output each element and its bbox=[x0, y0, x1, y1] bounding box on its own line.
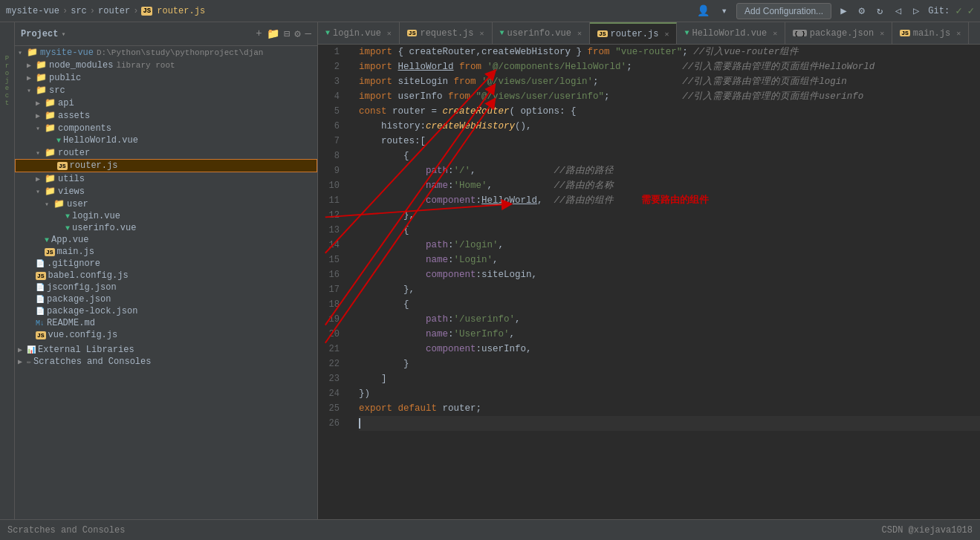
tab-userinfo-vue[interactable]: ▼ userinfo.vue ✕ bbox=[493, 22, 590, 44]
vue-config-js-icon: JS bbox=[36, 331, 46, 339]
router-js-icon: JS bbox=[57, 162, 68, 170]
user-icon2[interactable]: ▾ bbox=[718, 3, 730, 19]
tab-bar: ▼ login.vue ✕ JS request.js ✕ ▼ userinfo… bbox=[318, 22, 980, 45]
collapse-all-icon[interactable]: ⊟ bbox=[284, 27, 290, 40]
node-modules-label: node_modules bbox=[49, 60, 113, 71]
close-panel-icon[interactable]: — bbox=[305, 27, 311, 40]
tree-assets[interactable]: ▶ 📁 assets bbox=[15, 109, 317, 122]
tree-root[interactable]: ▾ 📁 mysite-vue D:\Python\study\pythonpro… bbox=[15, 46, 317, 59]
code-line-13: { bbox=[359, 223, 980, 238]
helloworld-vue-icon: ▼ bbox=[56, 137, 61, 145]
new-file-icon[interactable]: + bbox=[256, 27, 262, 40]
utils-arrow: ▶ bbox=[36, 175, 45, 183]
tree-package-lock[interactable]: 📄 package-lock.json bbox=[15, 305, 317, 317]
tree-babel[interactable]: JS babel.config.js bbox=[15, 270, 317, 282]
tab-main-js[interactable]: JS main.js ✕ bbox=[892, 22, 969, 44]
tab-router-js[interactable]: JS router.js ✕ bbox=[590, 22, 677, 44]
public-arrow: ▶ bbox=[27, 74, 36, 82]
tab-userinfo-vue-icon: ▼ bbox=[500, 29, 504, 37]
tree-userinfo-vue[interactable]: ▼ userinfo.vue bbox=[15, 222, 317, 234]
tab-login-vue-close[interactable]: ✕ bbox=[387, 29, 392, 38]
src-folder-icon: 📁 bbox=[36, 85, 47, 96]
tree-views[interactable]: ▾ 📁 views bbox=[15, 185, 317, 198]
user-icon[interactable]: 👤 bbox=[694, 3, 713, 19]
package-lock-icon: 📄 bbox=[36, 307, 45, 316]
tree-utils[interactable]: ▶ 📁 utils bbox=[15, 172, 317, 185]
app-vue-label: App.vue bbox=[51, 235, 88, 245]
tree-public[interactable]: ▶ 📁 public bbox=[15, 71, 317, 84]
tab-request-js-close[interactable]: ✕ bbox=[479, 29, 484, 38]
tree-vue-config[interactable]: JS vue.config.js bbox=[15, 329, 317, 341]
tab-userinfo-vue-close[interactable]: ✕ bbox=[577, 29, 582, 38]
tab-helloworld-vue-close[interactable]: ✕ bbox=[773, 29, 777, 38]
git-check-icon2[interactable]: ✓ bbox=[968, 4, 974, 17]
tab-package-json-close[interactable]: ✕ bbox=[880, 29, 884, 38]
tree-jsconfig[interactable]: 📄 jsconfig.json bbox=[15, 282, 317, 293]
git-check-icon[interactable]: ✓ bbox=[955, 4, 961, 17]
public-label: public bbox=[49, 73, 81, 83]
tree-readme[interactable]: M↓ README.md bbox=[15, 317, 317, 329]
settings-icon[interactable]: ⚙ bbox=[856, 3, 868, 19]
breadcrumb-src[interactable]: src bbox=[71, 6, 87, 16]
breadcrumb: mysite-vue › src › router › JS router.js bbox=[6, 6, 205, 16]
tree-app-vue[interactable]: ▼ App.vue bbox=[15, 234, 317, 246]
new-folder-icon[interactable]: 📁 bbox=[267, 27, 279, 40]
tree-node-modules[interactable]: ▶ 📁 node_modules library root bbox=[15, 59, 317, 71]
code-line-25: export default router; bbox=[359, 401, 980, 416]
root-folder-icon: 📁 bbox=[27, 47, 38, 58]
code-line-8: { bbox=[359, 149, 980, 163]
breadcrumb-mysite-vue[interactable]: mysite-vue bbox=[6, 6, 59, 16]
code-line-2: import HelloWorld from '@/components/Hel… bbox=[359, 59, 980, 74]
babel-js-icon: JS bbox=[36, 272, 46, 280]
tree-package-json[interactable]: 📄 package.json bbox=[15, 293, 317, 305]
tab-login-vue[interactable]: ▼ login.vue ✕ bbox=[318, 22, 400, 44]
breadcrumb-router[interactable]: router bbox=[98, 6, 130, 16]
tree-user-folder[interactable]: ▾ 📁 user bbox=[15, 198, 317, 210]
tab-helloworld-vue-label: HelloWorld.vue bbox=[692, 28, 767, 39]
add-configuration-button[interactable]: Add Configuration... bbox=[736, 3, 831, 19]
root-path: D:\Python\study\pythonproject\djan bbox=[97, 48, 263, 57]
views-folder-icon: 📁 bbox=[45, 186, 56, 197]
tree-ext-libraries[interactable]: ▶ 📊 External Libraries bbox=[15, 344, 317, 356]
refresh-icon[interactable]: ↻ bbox=[874, 3, 886, 19]
tree-api[interactable]: ▶ 📁 api bbox=[15, 97, 317, 109]
userinfo-vue-icon: ▼ bbox=[65, 224, 70, 232]
editor-wrapper: 1 2 3 4 5 6 7 8 9 10 11 12 13 14 15 16 1 bbox=[318, 45, 980, 519]
tab-helloworld-vue[interactable]: ▼ HelloWorld.vue ✕ bbox=[677, 22, 785, 44]
tab-main-js-close[interactable]: ✕ bbox=[956, 29, 961, 38]
back-icon[interactable]: ◁ bbox=[892, 3, 903, 19]
code-content[interactable]: import { createRouter,createWebHistory }… bbox=[353, 45, 980, 519]
login-vue-label: login.vue bbox=[72, 211, 120, 221]
tree-components[interactable]: ▾ 📁 components bbox=[15, 122, 317, 134]
tab-router-js-label: router.js bbox=[611, 29, 659, 39]
play-button[interactable]: ▶ bbox=[837, 3, 849, 19]
tree-scratches[interactable]: ▶ ✏ Scratches and Consoles bbox=[15, 356, 317, 368]
code-editor[interactable]: 1 2 3 4 5 6 7 8 9 10 11 12 13 14 15 16 1 bbox=[318, 45, 980, 519]
settings-panel-icon[interactable]: ⚙ bbox=[294, 27, 300, 40]
src-label: src bbox=[49, 85, 65, 96]
breadcrumb-router-js[interactable]: router.js bbox=[157, 6, 205, 16]
utils-label: utils bbox=[58, 174, 85, 184]
tab-request-js[interactable]: JS request.js ✕ bbox=[400, 22, 493, 44]
scratches-status-label[interactable]: Scratches and Consoles bbox=[7, 525, 125, 536]
tree-helloworld[interactable]: ▼ HelloWorld.vue bbox=[15, 134, 317, 146]
tab-router-js-close[interactable]: ✕ bbox=[664, 30, 669, 39]
forward-icon[interactable]: ▷ bbox=[910, 3, 922, 19]
tree-main-js[interactable]: JS main.js bbox=[15, 246, 317, 258]
main-js-label: main.js bbox=[57, 247, 94, 257]
api-label: api bbox=[58, 98, 74, 108]
tab-package-json[interactable]: { } package.json ✕ bbox=[785, 22, 892, 44]
tree-router-js[interactable]: JS router.js bbox=[15, 159, 317, 172]
src-arrow: ▾ bbox=[27, 86, 36, 95]
project-icon[interactable]: Project bbox=[5, 55, 9, 107]
tab-login-vue-icon: ▼ bbox=[325, 29, 330, 37]
tree-src[interactable]: ▾ 📁 src bbox=[15, 84, 317, 97]
tree-gitignore[interactable]: 📄 .gitignore bbox=[15, 258, 317, 270]
node-modules-folder-icon: 📁 bbox=[36, 59, 47, 71]
panel-header-actions: + 📁 ⊟ ⚙ — bbox=[256, 27, 311, 40]
components-folder-icon: 📁 bbox=[45, 123, 56, 134]
panel-dropdown-icon[interactable]: ▾ bbox=[61, 30, 65, 39]
tree-router-folder[interactable]: ▾ 📁 router bbox=[15, 146, 317, 159]
editor-area: ▼ login.vue ✕ JS request.js ✕ ▼ userinfo… bbox=[318, 22, 980, 519]
tree-login-vue[interactable]: ▼ login.vue bbox=[15, 210, 317, 222]
